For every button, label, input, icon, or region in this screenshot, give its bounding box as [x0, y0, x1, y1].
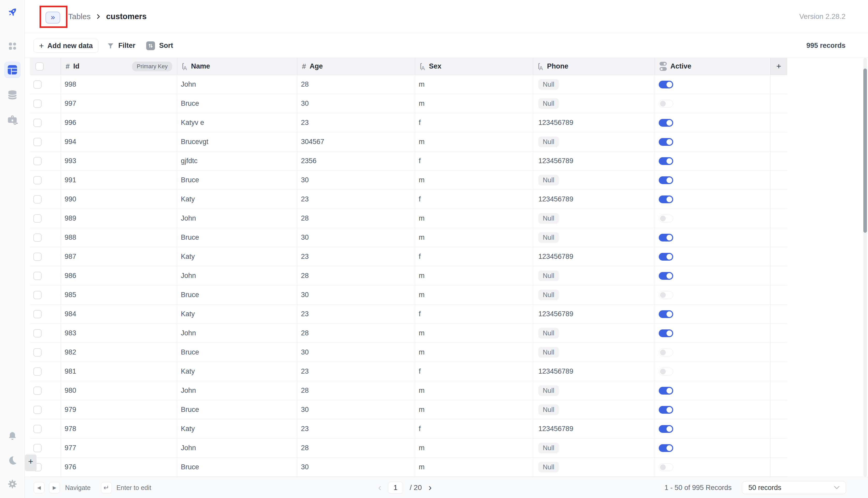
row-checkbox[interactable] [33, 253, 42, 261]
row-checkbox[interactable] [33, 329, 42, 338]
cell-phone[interactable]: Null [533, 228, 655, 247]
row-checkbox[interactable] [33, 80, 42, 89]
cell-id[interactable]: 989 [61, 209, 177, 228]
cell-id[interactable]: 996 [61, 113, 177, 132]
notifications-bell-icon[interactable] [7, 431, 17, 441]
cell-id[interactable]: 979 [61, 400, 177, 419]
cell-sex[interactable]: f [415, 305, 533, 324]
cell-phone[interactable]: Null [533, 266, 655, 285]
active-toggle[interactable] [659, 119, 673, 127]
cell-sex[interactable]: m [415, 75, 533, 94]
cell-name[interactable]: Katy [177, 419, 297, 438]
cell-phone[interactable]: 123456789 [533, 362, 655, 381]
active-toggle[interactable] [659, 444, 673, 452]
row-checkbox[interactable] [33, 119, 42, 127]
cell-age[interactable]: 28 [297, 75, 415, 94]
cell-sex[interactable]: m [415, 343, 533, 362]
active-toggle[interactable] [659, 387, 673, 395]
cell-age[interactable]: 28 [297, 266, 415, 285]
cell-phone[interactable]: 123456789 [533, 152, 655, 170]
cell-id[interactable]: 986 [61, 266, 177, 285]
select-all-checkbox[interactable] [36, 62, 44, 70]
cell-age[interactable]: 28 [297, 209, 415, 228]
cell-name[interactable]: Katy [177, 247, 297, 266]
column-header-sex[interactable]: ſA Sex [415, 58, 533, 75]
cell-phone[interactable]: 123456789 [533, 113, 655, 132]
cell-phone[interactable]: 123456789 [533, 247, 655, 266]
cell-id[interactable]: 991 [61, 171, 177, 189]
cell-sex[interactable]: m [415, 209, 533, 228]
column-header-phone[interactable]: ſA Phone [533, 58, 655, 75]
vertical-scrollbar-track[interactable] [863, 58, 867, 477]
cell-id[interactable]: 982 [61, 343, 177, 362]
row-checkbox[interactable] [33, 100, 42, 108]
cell-age[interactable]: 304567 [297, 132, 415, 151]
cell-sex[interactable]: m [415, 400, 533, 419]
row-checkbox[interactable] [33, 157, 42, 165]
cell-id[interactable]: 978 [61, 419, 177, 438]
cell-name[interactable]: gjfdtc [177, 152, 297, 170]
sidebar-item-table-active[interactable] [4, 62, 21, 78]
cell-name[interactable]: John [177, 266, 297, 285]
cell-id[interactable]: 980 [61, 381, 177, 400]
cell-phone[interactable]: Null [533, 132, 655, 151]
apps-grid-icon[interactable] [7, 41, 17, 51]
row-checkbox[interactable] [33, 138, 42, 146]
active-toggle[interactable] [659, 138, 673, 146]
row-checkbox[interactable] [33, 195, 42, 204]
active-toggle[interactable] [659, 406, 673, 414]
active-toggle[interactable] [659, 196, 673, 203]
cell-age[interactable]: 30 [297, 171, 415, 189]
row-checkbox[interactable] [33, 291, 42, 299]
cell-sex[interactable]: m [415, 381, 533, 400]
cell-age[interactable]: 30 [297, 343, 415, 362]
cell-age[interactable]: 23 [297, 190, 415, 209]
active-toggle[interactable] [659, 291, 673, 299]
row-checkbox[interactable] [33, 348, 42, 356]
cell-name[interactable]: Katy [177, 362, 297, 381]
navigate-left-button[interactable]: ◀ [33, 482, 44, 493]
cell-sex[interactable]: f [415, 190, 533, 209]
cell-name[interactable]: Katyv e [177, 113, 297, 132]
add-row-button[interactable]: + [25, 455, 37, 471]
cell-id[interactable]: 981 [61, 362, 177, 381]
active-toggle[interactable] [659, 234, 673, 241]
cell-phone[interactable]: Null [533, 381, 655, 400]
cell-name[interactable]: Brucevgt [177, 132, 297, 151]
cell-phone[interactable]: 123456789 [533, 419, 655, 438]
cell-age[interactable]: 30 [297, 400, 415, 419]
cell-id[interactable]: 993 [61, 152, 177, 170]
cell-phone[interactable]: Null [533, 209, 655, 228]
cell-id[interactable]: 985 [61, 286, 177, 304]
cell-id[interactable]: 983 [61, 324, 177, 343]
cell-name[interactable]: Bruce [177, 228, 297, 247]
database-icon[interactable] [7, 89, 18, 101]
sort-button[interactable]: Sort [146, 34, 173, 58]
cell-sex[interactable]: m [415, 266, 533, 285]
cell-phone[interactable]: 123456789 [533, 305, 655, 324]
cell-phone[interactable]: Null [533, 94, 655, 113]
row-checkbox[interactable] [33, 272, 42, 280]
add-new-data-button[interactable]: + Add new data [33, 39, 98, 53]
cell-name[interactable]: John [177, 209, 297, 228]
cell-name[interactable]: Katy [177, 305, 297, 324]
cell-age[interactable]: 23 [297, 247, 415, 266]
cell-phone[interactable]: Null [533, 343, 655, 362]
cell-name[interactable]: Bruce [177, 94, 297, 113]
active-toggle[interactable] [659, 157, 673, 165]
filter-button[interactable]: Filter [107, 34, 135, 58]
cell-age[interactable]: 2356 [297, 152, 415, 170]
active-toggle[interactable] [659, 272, 673, 280]
active-toggle[interactable] [659, 425, 673, 433]
cell-id[interactable]: 997 [61, 94, 177, 113]
previous-page-icon[interactable]: ‹ [378, 482, 381, 493]
cell-phone[interactable]: Null [533, 324, 655, 343]
add-column-button[interactable]: + [771, 58, 787, 75]
cell-name[interactable]: Bruce [177, 400, 297, 419]
page-size-dropdown[interactable]: 50 records [742, 481, 846, 494]
cell-sex[interactable]: m [415, 438, 533, 457]
cell-age[interactable]: 30 [297, 458, 415, 476]
cell-id[interactable]: 976 [61, 458, 177, 476]
cell-age[interactable]: 30 [297, 286, 415, 304]
cell-name[interactable]: Bruce [177, 171, 297, 189]
